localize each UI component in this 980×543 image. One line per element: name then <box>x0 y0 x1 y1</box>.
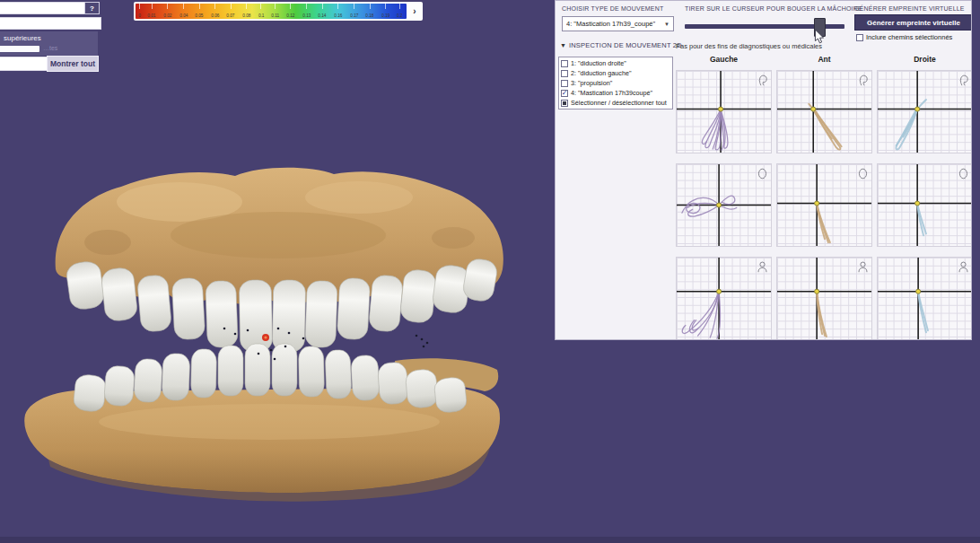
superieures-label: supérieures <box>4 34 41 42</box>
head-side-icon <box>958 74 969 87</box>
movement-label: 3: "propulsion" <box>571 79 612 87</box>
toolbox-input-2[interactable] <box>0 17 101 30</box>
chevron-down-icon: ▼ <box>664 22 669 27</box>
movement-plot-cell <box>776 70 872 153</box>
movement-plot-cell <box>877 257 972 340</box>
movement-label: 1: "diduction droite" <box>571 59 626 67</box>
inspection-header-label: INSPECTION DE MOUVEMENT 2D <box>569 41 682 49</box>
scale-tick: 0.04 <box>179 4 189 19</box>
head-front-icon <box>958 260 969 274</box>
scale-tick: 0.16 <box>333 4 344 19</box>
scale-tick: 0.06 <box>210 4 221 19</box>
inspection-section-header[interactable]: ▼ INSPECTION DE MOUVEMENT 2D <box>560 41 682 49</box>
teeth-3d-viewport[interactable] <box>0 135 556 512</box>
scale-expand-arrow[interactable]: › <box>408 4 421 19</box>
toolbox-input-3[interactable] <box>0 57 48 71</box>
head-oval-icon <box>857 167 869 180</box>
grid-header-ant: Ant <box>776 55 872 64</box>
left-toolbox: ? supérieures …tes Montrer tout <box>0 0 101 74</box>
teeth-3d-model <box>0 135 556 512</box>
scale-tick: 0.11 <box>270 4 280 19</box>
scale-tick: 0.14 <box>317 4 328 19</box>
include-paths-label: Inclure chemins sélectionnés <box>866 33 952 41</box>
mini-progress-bar[interactable] <box>0 46 39 52</box>
movement-plot-cell <box>676 70 772 153</box>
movement-plot-cell <box>676 257 772 340</box>
scale-tick: 0.12 <box>285 4 296 19</box>
head-side-icon <box>857 74 869 87</box>
grid-header-gauche: Gauche <box>676 55 772 64</box>
control-panel: CHOISIR TYPE DE MOUVEMENT 4: "Masticatio… <box>555 0 972 340</box>
movement-plot-cell <box>676 163 772 247</box>
choose-movement-header: CHOISIR TYPE DE MOUVEMENT <box>562 5 663 12</box>
color-scale: 00.010.020.040.050.060.070.080.10.110.12… <box>134 2 423 21</box>
scale-tick: 0.08 <box>241 4 252 19</box>
head-front-icon <box>757 260 768 274</box>
origin-dot <box>915 107 920 111</box>
show-all-button[interactable]: Montrer tout <box>47 56 99 72</box>
movement-checkbox[interactable]: ✓ <box>561 90 568 97</box>
generate-imprint-button[interactable]: Générer empreinte virtuelle <box>854 14 972 31</box>
disclaimer-text: Pas pour des fins de diagnostiques ou mé… <box>676 42 822 50</box>
toolbox-input-1[interactable] <box>0 2 86 14</box>
scale-tick: 0.02 <box>162 4 173 19</box>
generate-header: GÉNÉRER EMPREINTE VIRTUELLE <box>854 5 965 12</box>
toolbox-subpanel: supérieures …tes <box>0 31 98 56</box>
movement-dropdown-value: 4: "Mastication 17h39_coupé" <box>566 20 664 28</box>
scale-tick: 0.1 <box>258 4 265 19</box>
scale-tick: 0 <box>138 4 141 19</box>
movement-plot-cell <box>877 70 972 153</box>
movement-plot-cell <box>877 163 972 247</box>
color-scale-gradient: 00.010.020.040.050.060.070.080.10.110.12… <box>136 4 407 19</box>
color-scale-ticks: 00.010.020.040.050.060.070.080.10.110.12… <box>136 4 407 19</box>
movement-plot-cell <box>776 257 872 340</box>
scale-tick: 0.19 <box>381 4 391 19</box>
movement-list: 1: "diduction droite"2: "diduction gauch… <box>558 57 673 109</box>
scale-tick: 0.18 <box>364 4 375 19</box>
movement-plot-cell <box>776 163 872 247</box>
head-oval-icon <box>958 167 969 180</box>
movement-checkbox[interactable] <box>561 100 568 107</box>
movement-list-item[interactable]: Sélectionner / désélectionner tout <box>561 98 670 108</box>
head-oval-icon <box>757 167 768 180</box>
faint-label: …tes <box>43 45 57 51</box>
movement-checkbox[interactable] <box>561 80 568 87</box>
head-front-icon <box>857 260 869 274</box>
origin-dot <box>815 201 819 206</box>
origin-dot <box>811 107 816 111</box>
movement-list-item[interactable]: 2: "diduction gauche" <box>561 68 670 78</box>
slider-header: TIRER SUR LE CURSEUR POUR BOUGER LA MÂCH… <box>685 5 862 12</box>
origin-dot <box>717 203 722 207</box>
head-side-icon <box>757 74 768 87</box>
origin-dot <box>719 107 723 111</box>
origin-dot <box>717 289 722 293</box>
movement-label: Sélectionner / désélectionner tout <box>571 99 667 107</box>
movement-label: 4: "Mastication 17h39coupé" <box>571 89 652 97</box>
scale-tick: 0.07 <box>225 4 236 19</box>
chevron-collapse-icon: ▼ <box>560 42 566 48</box>
movement-list-item[interactable]: ✓4: "Mastication 17h39coupé" <box>561 88 670 98</box>
origin-dot <box>916 289 921 293</box>
origin-dot <box>915 201 920 206</box>
grid-column-headers: GaucheAntDroite <box>676 55 972 64</box>
grid-header-droite: Droite <box>877 55 972 64</box>
movement-label: 2: "diduction gauche" <box>571 69 631 77</box>
jaw-slider[interactable] <box>685 24 844 29</box>
movement-checkbox[interactable] <box>561 60 568 67</box>
movement-dropdown[interactable]: 4: "Mastication 17h39_coupé" ▼ <box>562 16 674 31</box>
include-paths-checkbox-row[interactable]: Inclure chemins sélectionnés <box>856 33 952 41</box>
movement-checkbox[interactable] <box>561 70 568 77</box>
help-button[interactable]: ? <box>84 2 100 14</box>
bottom-strip <box>0 537 980 543</box>
scale-tick: 0.2 <box>396 4 403 19</box>
movement-list-item[interactable]: 3: "propulsion" <box>561 78 670 88</box>
movement-2d-grid <box>676 70 972 340</box>
scale-tick: 0.01 <box>146 4 157 19</box>
movement-list-item[interactable]: 1: "diduction droite" <box>561 58 670 68</box>
include-paths-checkbox[interactable] <box>856 34 863 41</box>
scale-tick: 0.17 <box>349 4 360 19</box>
scale-tick: 0.13 <box>302 4 312 19</box>
scale-tick: 0.05 <box>194 4 205 19</box>
origin-dot <box>815 289 819 293</box>
